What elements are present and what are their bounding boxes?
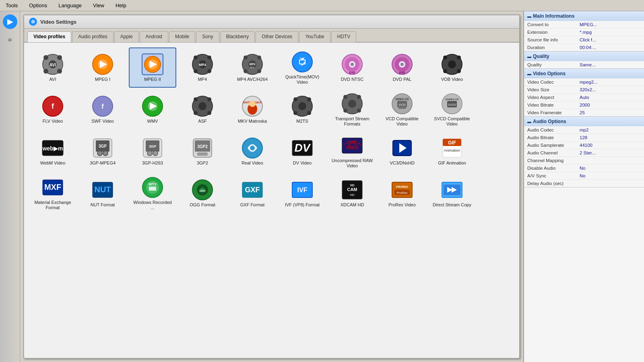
profile-mxf[interactable]: MXF Material Exchange Format	[29, 173, 76, 213]
tab-mobile[interactable]: Mobile	[169, 31, 195, 42]
svg-point-23	[244, 56, 248, 60]
profile-dvd-ntsc[interactable]: DVD DVD NTSC	[328, 47, 376, 88]
svg-text:HD: HD	[350, 193, 355, 197]
profile-swf[interactable]: f SWF Video	[79, 89, 126, 130]
tab-sony[interactable]: Sony	[196, 31, 219, 42]
right-sidebar: ▬ Main Informations Convert to MPEG... E…	[523, 11, 644, 362]
profile-avi[interactable]: AVI AVI	[29, 47, 76, 88]
profile-webm[interactable]: web▶m WebM Video	[29, 131, 76, 171]
profile-3gp-mpeg4[interactable]: 3GP 3GP-MPEG4	[79, 131, 126, 171]
svg-text:CAM: CAM	[347, 187, 357, 192]
xdcam-icon: XD CAM HD	[341, 179, 363, 201]
svg-point-29	[292, 52, 312, 72]
row-extension: Extension *.mpg	[524, 29, 644, 36]
key-quality: Quality	[527, 62, 580, 67]
row-video-aspect: Video Aspect Auto	[524, 94, 644, 101]
svcd-icon: SVIDEO CD SVCD	[441, 93, 463, 115]
profile-raw[interactable]: RAW VIDEO Uncompressed RAW Video	[328, 131, 376, 171]
menu-options[interactable]: Options	[27, 2, 50, 9]
profile-m2ts[interactable]: M2TS	[279, 89, 326, 130]
profile-3gp-h263[interactable]: 3GP 3GP-H263	[129, 131, 176, 171]
prores-icon: PRORES ProRes	[391, 179, 413, 201]
profile-vcd[interactable]: VIDEO CD VCD VCD Compatible Video	[378, 89, 426, 130]
tab-audio-profiles[interactable]: Audio profiles	[72, 31, 114, 42]
profile-mpeg1[interactable]: MPEG I	[79, 47, 126, 88]
menu-help[interactable]: Help	[113, 2, 129, 9]
profile-prores[interactable]: PRORES ProRes ProRes Video	[378, 173, 426, 213]
profile-flv[interactable]: f FLV Video	[29, 89, 76, 130]
profile-svcd[interactable]: SVIDEO CD SVCD SVCD Compatible Video	[428, 89, 476, 130]
left-sidebar: ▶ R	[0, 11, 20, 362]
val-video-aspect: Auto	[580, 95, 641, 100]
quicktime-label: QuickTime(MOV) Video	[281, 74, 324, 85]
mpeg2-label: MPEG II	[144, 77, 161, 82]
svg-point-77	[343, 109, 347, 113]
profile-nut[interactable]: NUT NUT Format	[79, 173, 126, 213]
profile-dvd-pal[interactable]: DVD DVD PAL	[378, 47, 426, 88]
svg-text:web▶m: web▶m	[42, 145, 63, 152]
menu-view[interactable]: View	[91, 2, 107, 9]
profile-wtv[interactable]: WTV Windows Recorded ...	[129, 173, 176, 213]
svg-point-104	[250, 146, 255, 150]
svg-point-16	[194, 56, 198, 60]
svg-point-35	[351, 63, 354, 66]
flv-label: FLV Video	[43, 119, 63, 124]
avi-label: AVI	[50, 77, 56, 82]
tab-blackberry[interactable]: Blackberry	[220, 31, 255, 42]
svg-text:PRORES: PRORES	[396, 185, 408, 188]
profile-mkv[interactable]: МАТРЁШКА MKV Matroska	[229, 89, 276, 130]
key-av-sync: A/V Sync	[527, 173, 580, 178]
profile-3gp2[interactable]: 3GP2 3GP2	[179, 131, 226, 171]
profile-dsc[interactable]: Direct Stream Copy	[428, 173, 476, 213]
gxf-label: GXF Format	[240, 202, 265, 208]
ivf-icon: IVF	[291, 179, 313, 201]
quality-header[interactable]: ▬ Quality	[524, 51, 644, 61]
tab-android[interactable]: Android	[140, 31, 168, 42]
svg-text:Animation: Animation	[444, 148, 460, 152]
tab-other-devices[interactable]: Other Devices	[256, 31, 298, 42]
profile-ivf[interactable]: IVF IVF (VP8) Format	[279, 173, 326, 213]
menu-tools[interactable]: Tools	[3, 2, 20, 9]
section-quality: ▬ Quality Quality Same...	[524, 51, 644, 69]
real-label: Real Video	[242, 160, 263, 166]
svg-point-40	[400, 63, 404, 66]
profile-wmv[interactable]: WMV	[129, 89, 176, 130]
profile-dv[interactable]: DV DV Video	[279, 131, 326, 171]
video-options-header[interactable]: ▬ Video Options	[524, 69, 644, 78]
profile-ogv[interactable]: OGV OGG Format	[179, 173, 226, 213]
profile-xdcam[interactable]: XD CAM HD XDCAM HD	[328, 173, 376, 213]
profile-gif[interactable]: GIF Animation GIF Animation	[428, 131, 476, 171]
profile-mp4[interactable]: MP4 MP4	[179, 47, 226, 88]
profile-mpeg2[interactable]: MPEG II	[129, 47, 176, 88]
m2ts-label: M2TS	[296, 119, 308, 124]
menu-language[interactable]: Language	[56, 2, 84, 9]
profile-real[interactable]: Real Video	[229, 131, 276, 171]
profile-asf[interactable]: ASF	[179, 89, 226, 130]
main-info-header[interactable]: ▬ Main Informations	[524, 11, 644, 21]
raw-label: Uncompressed RAW Video	[331, 158, 374, 169]
tab-apple[interactable]: Apple	[114, 31, 139, 42]
audio-options-header[interactable]: ▬ Audio Options	[524, 117, 644, 126]
svg-point-70	[307, 97, 311, 101]
tab-hdtv[interactable]: HDTV	[331, 31, 357, 42]
settings-panel: ⚙ Video Settings Video profiles Audio pr…	[23, 14, 520, 359]
tab-video-profiles[interactable]: Video profiles	[27, 31, 71, 42]
val-channel-mapping	[580, 158, 641, 163]
profile-mp4avc[interactable]: MP4 AVC MP4 AVC/H264	[229, 47, 276, 88]
3gp-mpeg4-icon: 3GP	[92, 137, 114, 159]
row-delay-audio: Delay Audio (sec)	[524, 180, 644, 187]
mp4-label: MP4	[198, 77, 207, 82]
profile-vob[interactable]: VOB Video	[428, 47, 476, 88]
svg-text:WTV: WTV	[149, 182, 157, 186]
svg-text:VCD: VCD	[399, 103, 406, 107]
svg-point-4	[43, 69, 48, 74]
profile-transport[interactable]: Transport Stream Formats	[328, 89, 376, 130]
profile-vc3[interactable]: VC3/DNxHD	[378, 131, 426, 171]
tab-youtube[interactable]: YouTube	[299, 31, 330, 42]
profile-quicktime[interactable]: QuickTime(MOV) Video	[279, 47, 326, 88]
svg-text:3GP: 3GP	[149, 144, 156, 148]
profile-gxf[interactable]: GXF GXF Format	[229, 173, 276, 213]
dv-icon: DV	[291, 137, 313, 159]
mxf-icon: MXF	[42, 177, 64, 198]
transport-label: Transport Stream Formats	[331, 116, 374, 127]
